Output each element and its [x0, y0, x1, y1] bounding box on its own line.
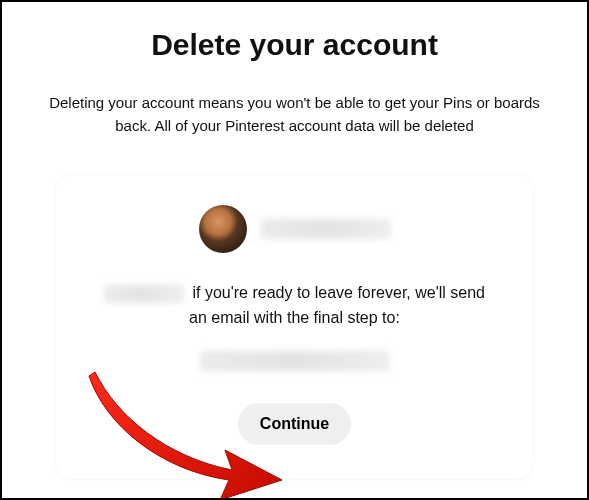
- user-row: [96, 205, 493, 253]
- page-title: Delete your account: [20, 28, 569, 62]
- confirmation-card: if you're ready to leave forever, we'll …: [56, 175, 533, 479]
- avatar: [199, 205, 247, 253]
- confirmation-text: if you're ready to leave forever, we'll …: [189, 284, 485, 326]
- continue-button[interactable]: Continue: [238, 403, 351, 445]
- delete-description: Deleting your account means you won't be…: [20, 92, 569, 137]
- name-redacted: [104, 285, 184, 303]
- email-redacted: [200, 351, 390, 371]
- confirmation-message: if you're ready to leave forever, we'll …: [96, 281, 493, 331]
- username-redacted: [261, 219, 391, 239]
